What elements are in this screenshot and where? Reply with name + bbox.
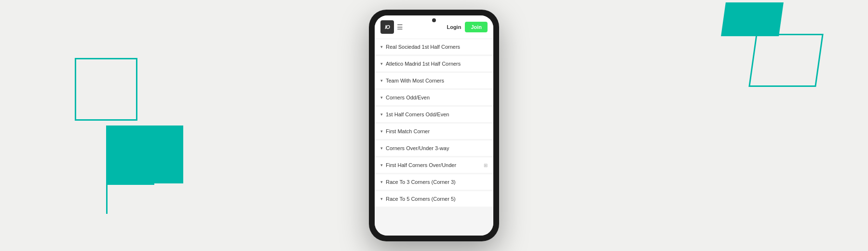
market-row-left: ▾First Half Corners Over/Under (380, 162, 456, 168)
deco-outline-parallelogram-right (748, 34, 823, 87)
chevron-down-icon: ▾ (380, 78, 383, 83)
logo-icon: IO (380, 20, 394, 34)
market-label: First Match Corner (386, 128, 430, 134)
chevron-down-icon: ▾ (380, 146, 383, 151)
market-label: First Half Corners Over/Under (386, 162, 456, 168)
phone-mockup: ⊜ IO ☰ Login Join ▾Real Sociedad 1st Hal… (369, 10, 499, 241)
market-row-left: ▾Team With Most Corners (380, 78, 444, 84)
deco-outline-square-left (75, 58, 137, 121)
market-label: 1st Half Corners Odd/Even (386, 112, 449, 117)
wifi-icon: ⊜ (484, 16, 488, 22)
market-row-left: ▾First Match Corner (380, 128, 430, 134)
market-row-left: ▾Atletico Madrid 1st Half Corners (380, 61, 461, 67)
market-row-left: ▾Race To 5 Corners (Corner 5) (380, 196, 456, 202)
chevron-down-icon: ▾ (380, 180, 383, 184)
deco-teal-block-right-top (721, 2, 784, 36)
join-button[interactable]: Join (465, 22, 488, 32)
chevron-down-icon: ▾ (380, 196, 383, 201)
market-label: Team With Most Corners (386, 78, 444, 84)
status-bar: ⊜ (474, 16, 488, 22)
market-row-left: ▾Real Sociedad 1st Half Corners (380, 44, 460, 50)
chevron-down-icon: ▾ (380, 44, 383, 49)
chevron-down-icon: ▾ (380, 95, 383, 100)
chevron-down-icon: ▾ (380, 61, 383, 66)
market-row[interactable]: ▾Race To 3 Corners (Corner 3) (375, 174, 493, 190)
market-label: Corners Over/Under 3-way (386, 145, 449, 151)
market-row-left: ▾Corners Over/Under 3-way (380, 145, 449, 151)
market-row[interactable]: ▾Real Sociedad 1st Half Corners (375, 39, 493, 55)
camera-notch (432, 18, 436, 22)
market-label: Real Sociedad 1st Half Corners (386, 44, 460, 50)
app-logo: IO ☰ (380, 20, 403, 34)
market-row[interactable]: ▾Atletico Madrid 1st Half Corners (375, 56, 493, 71)
market-label: Corners Odd/Even (386, 95, 430, 100)
market-label: Race To 5 Corners (Corner 5) (386, 196, 456, 202)
market-row[interactable]: ▾Race To 5 Corners (Corner 5) (375, 191, 493, 207)
phone-screen: IO ☰ Login Join ▾Real Sociedad 1st Half … (375, 15, 493, 236)
chevron-down-icon: ▾ (380, 163, 383, 167)
market-row[interactable]: ▾First Match Corner (375, 124, 493, 139)
deco-vline-left (106, 185, 108, 214)
market-row-left: ▾1st Half Corners Odd/Even (380, 112, 449, 117)
market-row[interactable]: ▾Team With Most Corners (375, 73, 493, 88)
market-row[interactable]: ▾First Half Corners Over/Under⊞ (375, 157, 493, 173)
login-button[interactable]: Login (447, 24, 461, 30)
market-label: Race To 3 Corners (Corner 3) (386, 179, 456, 185)
deco-line-left (106, 183, 154, 185)
chevron-down-icon: ▾ (380, 129, 383, 134)
market-row-left: ▾Corners Odd/Even (380, 95, 430, 100)
signal-icon (474, 17, 481, 22)
hamburger-icon[interactable]: ☰ (397, 23, 403, 31)
chevron-down-icon: ▾ (380, 112, 383, 117)
market-row[interactable]: ▾Corners Odd/Even (375, 90, 493, 105)
market-row-left: ▾Race To 3 Corners (Corner 3) (380, 179, 456, 185)
market-label: Atletico Madrid 1st Half Corners (386, 61, 461, 67)
deco-teal-block-left (106, 126, 183, 183)
market-list[interactable]: ▾Real Sociedad 1st Half Corners▾Atletico… (375, 39, 493, 236)
phone-frame: ⊜ IO ☰ Login Join ▾Real Sociedad 1st Hal… (369, 10, 499, 241)
market-row[interactable]: ▾Corners Over/Under 3-way (375, 140, 493, 156)
grid-icon: ⊞ (484, 163, 488, 168)
header-actions: Login Join (447, 22, 488, 32)
market-row[interactable]: ▾1st Half Corners Odd/Even (375, 107, 493, 122)
